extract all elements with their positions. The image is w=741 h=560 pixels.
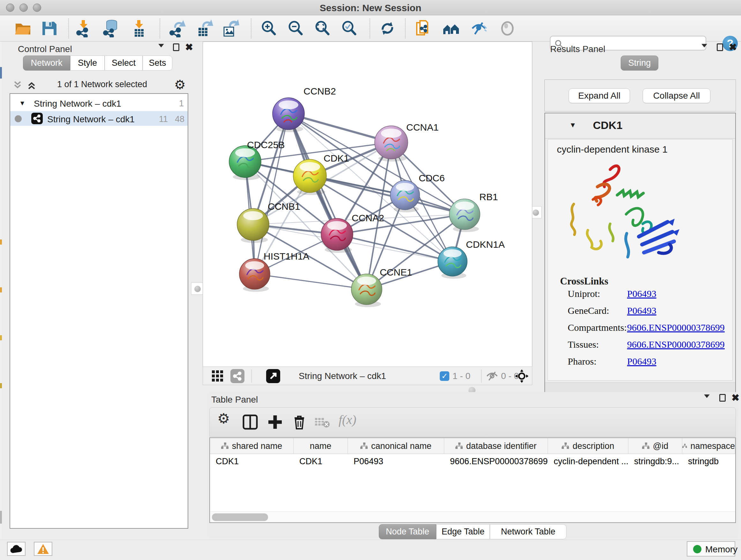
expand-all-button[interactable]: Expand All [569,88,630,103]
save-session-icon[interactable] [40,19,58,37]
network-row-selected[interactable]: String Network – cdk1 11 48 [10,111,188,126]
column-header-sharedname[interactable]: shared name [210,438,293,454]
pan-crosshair-icon[interactable] [515,369,529,384]
column-header-description[interactable]: description [548,438,628,454]
birdseye-view-icon[interactable] [266,369,280,383]
crosslink-genecard-link[interactable]: P06493 [627,305,657,316]
crosslink-uniprot-link[interactable]: P06493 [627,288,657,299]
zoom-out-icon[interactable] [286,19,305,37]
selected-nodes-checkbox[interactable]: ✓ [440,371,449,381]
import-table-file-icon[interactable] [130,19,148,37]
tab-string[interactable]: String [621,56,658,71]
table-cell[interactable]: CDK1 [293,454,348,469]
memory-button[interactable]: Memory [687,541,735,557]
table-panel-float-icon[interactable] [703,394,711,400]
table-settings-gear-icon[interactable]: ⚙ [217,410,230,427]
tab-sets[interactable]: Sets [143,56,172,71]
string-network-icon [31,113,43,124]
refresh-icon[interactable] [379,19,396,37]
column-header-namespace[interactable]: namespace [682,438,735,454]
control-panel-float-icon[interactable] [158,44,165,49]
export-network-icon[interactable] [169,19,186,37]
scrollbar-thumb[interactable] [212,513,268,521]
column-header-databaseidentifier[interactable]: database identifier [444,438,548,454]
table-row[interactable]: CDK1CDK1P064939606.ENSP00000378699cyclin… [210,454,735,469]
hidden-items-icon[interactable] [486,371,498,382]
import-network-file-icon[interactable] [75,19,92,37]
column-header-name[interactable]: name [293,438,348,454]
export-table-icon[interactable] [195,19,213,37]
network-edge[interactable] [288,114,367,289]
table-cell[interactable]: P06493 [348,454,444,469]
network-collection-row[interactable]: ▼ String Network – cdk1 1 [10,97,188,111]
crosslink-tissues-link[interactable]: 9606.ENSP00000378699 [627,339,725,350]
table-panel-close-icon[interactable]: ✖ [731,392,739,403]
results-panel-float-icon[interactable] [701,44,708,49]
network-edge[interactable] [255,274,367,289]
table-cell[interactable]: CDK1 [210,454,293,469]
network-graph[interactable]: CCNB2CCNA1CDC25BCDK1CDC6RB1CCNB1CCNA2CDK… [203,42,532,366]
function-builder-icon[interactable]: f(x) [339,412,356,427]
show-hidden-icon[interactable] [498,19,516,37]
tab-edge-table[interactable]: Edge Table [436,524,490,539]
grid-view-icon[interactable] [212,370,223,383]
crosslink-label: Tissues: [568,339,599,350]
network-node-cdkn1a[interactable]: CDKN1A [438,239,505,279]
table-cell[interactable]: 9606.ENSP00000378699 [444,454,548,469]
new-network-from-selection-icon[interactable] [415,19,433,37]
network-edge[interactable] [337,234,453,261]
tab-network[interactable]: Network [23,56,70,71]
control-panel-close-icon[interactable]: ✖ [185,42,193,53]
left-splitter-handle[interactable] [191,283,203,295]
network-node-rb1[interactable]: RB1 [449,192,498,232]
table-panel-maximize-icon[interactable] [719,394,726,403]
results-node-section: ▼ CDK1 cyclin-dependent kinase 1 [544,113,736,398]
crosslink-compartments-link[interactable]: 9606.ENSP00000378699 [627,322,725,333]
first-neighbors-icon[interactable] [442,19,460,37]
zoom-fit-icon[interactable] [313,19,331,37]
network-node-ccnb1[interactable]: CCNB1 [237,201,300,243]
crosslink-pharos-link[interactable]: P06493 [627,356,657,367]
results-panel-close-icon[interactable]: ✖ [729,42,737,53]
network-node-cdc6[interactable]: CDC6 [390,173,445,212]
table-cell[interactable]: stringdb:9... [628,454,682,469]
delete-table-icon[interactable] [315,417,330,429]
network-options-gear-icon[interactable]: ⚙ [174,77,186,92]
table-horizontal-scrollbar[interactable] [210,511,735,522]
import-network-database-icon[interactable] [102,19,120,37]
tab-node-table[interactable]: Node Table [379,524,436,539]
tab-select[interactable]: Select [105,56,143,71]
zoom-in-icon[interactable] [260,19,278,37]
network-node-ccne1[interactable]: CCNE1 [351,267,412,307]
add-column-icon[interactable] [267,414,283,431]
network-canvas[interactable]: CCNB2CCNA1CDC25BCDK1CDC6RB1CCNB1CCNA2CDK… [203,42,532,367]
results-panel-maximize-icon[interactable] [717,44,723,52]
results-node-header[interactable]: ▼ CDK1 [545,113,735,138]
table-cell[interactable]: stringdb [682,454,735,469]
zoom-selected-icon[interactable] [340,19,358,37]
network-edge[interactable] [255,114,288,274]
column-header-id[interactable]: @id [628,438,682,454]
collapse-all-chevron-icon[interactable] [12,80,23,90]
memory-label: Memory [705,544,738,555]
network-type-icon[interactable] [230,369,245,383]
collection-disclosure-icon[interactable]: ▼ [19,100,25,107]
cloud-status-button[interactable] [7,542,25,556]
show-columns-icon[interactable] [242,414,258,431]
hide-selected-icon[interactable] [470,19,488,37]
column-header-canonicalname[interactable]: canonical name [348,438,444,454]
export-image-icon[interactable] [221,19,239,37]
tab-network-table[interactable]: Network Table [490,524,566,539]
node-disclosure-icon[interactable]: ▼ [569,121,576,129]
collapse-all-button[interactable]: Collapse All [643,88,711,103]
status-bar: Memory [0,540,741,560]
expand-all-chevron-icon[interactable] [26,80,37,90]
network-node-ccna1[interactable]: CCNA1 [375,122,439,162]
delete-column-icon[interactable] [291,414,307,431]
control-panel-maximize-icon[interactable] [173,44,179,52]
open-session-icon[interactable] [14,19,32,37]
warning-status-button[interactable] [34,542,52,556]
tab-style[interactable]: Style [70,56,105,71]
table-cell[interactable]: cyclin-dependent ... [548,454,628,469]
network-node-hist1h1a[interactable]: HIST1H1A [239,251,309,292]
